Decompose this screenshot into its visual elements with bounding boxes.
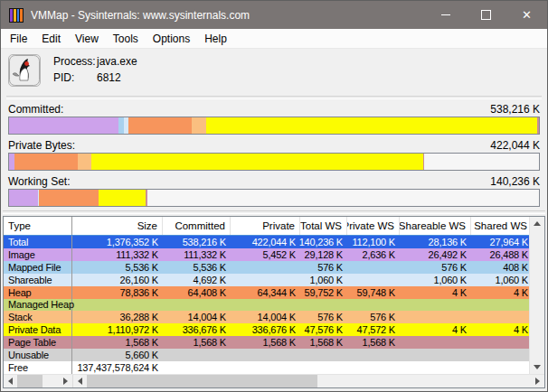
cell-type: Shareable: [4, 274, 72, 286]
bar-segment-private-data: [91, 154, 423, 170]
bar-segment-stack: [192, 117, 205, 134]
scroll-left-button[interactable]: [4, 375, 17, 387]
pid-label: PID:: [53, 71, 97, 84]
cell-total_ws: [300, 299, 347, 312]
cell-committed: [163, 299, 231, 312]
table-row[interactable]: Mapped File5,536 K5,536 K576 K576 K408 K: [4, 261, 529, 274]
cell-committed: 64,408 K: [163, 286, 231, 299]
column-header-committed[interactable]: Committed: [163, 217, 231, 235]
cell-committed: 111,332 K: [163, 248, 231, 261]
type-pane-h-scrollbar[interactable]: [4, 375, 73, 387]
cell-total_ws: [300, 349, 347, 361]
table-row[interactable]: Managed Heap: [4, 299, 529, 312]
cell-private: 336,676 K: [231, 323, 300, 336]
cell-size: 5,660 K: [72, 349, 163, 361]
cell-shared_ws: 27,964 K: [471, 236, 529, 248]
table-row[interactable]: Stack36,288 K14,004 K14,004 K576 K576 K: [4, 311, 529, 323]
cell-total_ws: 576 K: [300, 261, 347, 274]
working-set-value: 140,236 K: [490, 175, 540, 188]
scroll-right-button[interactable]: [531, 375, 544, 387]
cell-private_ws: 59,748 K: [347, 286, 400, 299]
memory-type-table: TypeSizeCommittedPrivateTotal WSPrivate …: [3, 216, 545, 388]
bar-segment-private-data: [99, 190, 146, 206]
bar-segment-page-table: [146, 190, 147, 206]
table-body: Total1,376,352 K538,216 K422,044 K140,23…: [4, 236, 529, 374]
icon-stripe: [10, 9, 13, 22]
menu-item-help[interactable]: Help: [197, 30, 234, 48]
scroll-up-button[interactable]: [530, 217, 544, 230]
minimize-button[interactable]: [425, 1, 466, 29]
committed-bar: [8, 117, 540, 135]
cell-size: 26,160 K: [72, 274, 163, 286]
bar-segment-heap: [39, 190, 98, 206]
bar-segment-heap: [14, 154, 78, 170]
cell-shared_ws: [471, 311, 529, 323]
icon-stripe: [17, 9, 20, 22]
icon-stripe: [20, 9, 23, 22]
menu-item-tools[interactable]: Tools: [106, 30, 146, 48]
minimize-icon: [441, 14, 450, 15]
cell-shared_ws: 4 K: [471, 323, 529, 336]
table-row[interactable]: Unusable5,660 K: [4, 349, 529, 361]
window-title: VMMap - Sysinternals: www.sysinternals.c…: [31, 9, 425, 22]
table-row[interactable]: Heap78,836 K64,408 K64,344 K59,752 K59,7…: [4, 286, 529, 299]
table-header: TypeSizeCommittedPrivateTotal WSPrivate …: [4, 217, 529, 236]
horizontal-scrollbars: [4, 374, 544, 387]
cell-private: [231, 349, 300, 361]
bar-segment-page-table: [537, 117, 539, 134]
maximize-button[interactable]: [466, 1, 506, 29]
cell-committed: [163, 349, 231, 361]
cell-private_ws: 2,636 K: [347, 248, 400, 261]
cell-shared_ws: 408 K: [471, 261, 529, 274]
committed-label: Committed:: [8, 103, 63, 116]
maximize-icon: [481, 10, 491, 20]
menu-item-view[interactable]: View: [68, 30, 106, 48]
table-row[interactable]: Total1,376,352 K538,216 K422,044 K140,23…: [4, 236, 529, 248]
private-bytes-bar: [8, 153, 540, 171]
table-row[interactable]: Free137,437,578,624 K: [4, 361, 529, 374]
data-pane-h-scrollbar[interactable]: [73, 375, 544, 387]
meters-section: Committed: 538,216 K Private Bytes: 422,…: [1, 99, 547, 207]
working-set-bar: [8, 189, 540, 207]
cell-size: 5,536 K: [72, 261, 163, 274]
column-header-size[interactable]: Size: [72, 217, 163, 235]
vmmap-app-icon: [9, 8, 24, 23]
column-header-private_ws[interactable]: Private WS: [347, 217, 400, 235]
cell-shared_ws: 4 K: [471, 286, 529, 299]
cell-type: Free: [4, 361, 72, 374]
cell-shared_ws: [471, 349, 529, 361]
table-row[interactable]: Private Data1,110,972 K336,676 K336,676 …: [4, 323, 529, 336]
scroll-right-button[interactable]: [59, 375, 72, 387]
scroll-thumb[interactable]: [17, 375, 43, 387]
table-row[interactable]: Page Table1,568 K1,568 K1,568 K1,568 K1,…: [4, 336, 529, 349]
table-row[interactable]: Image111,332 K111,332 K5,452 K29,128 K2,…: [4, 248, 529, 261]
working-set-label: Working Set:: [8, 175, 70, 188]
column-header-private[interactable]: Private: [231, 217, 300, 235]
cell-total_ws: 1,060 K: [300, 274, 347, 286]
cell-size: 137,437,578,624 K: [72, 361, 163, 374]
column-header-shared_ws[interactable]: Shared WS: [471, 217, 529, 235]
scroll-thumb[interactable]: [87, 375, 317, 387]
cell-shareable_ws: [400, 311, 471, 323]
cell-private: 1,568 K: [231, 336, 300, 349]
cell-shared_ws: [471, 361, 529, 374]
column-header-total_ws[interactable]: Total WS: [300, 217, 347, 235]
column-header-shareable_ws[interactable]: Shareable WS: [400, 217, 471, 235]
cell-private: 5,452 K: [231, 248, 300, 261]
cell-type: Page Table: [4, 336, 72, 349]
menu-item-file[interactable]: File: [3, 30, 34, 48]
cell-total_ws: 1,568 K: [300, 336, 347, 349]
down-arrow-icon: [534, 365, 541, 369]
menu-item-options[interactable]: Options: [146, 30, 197, 48]
scroll-down-button[interactable]: [530, 360, 544, 374]
cell-shareable_ws: [400, 349, 471, 361]
close-button[interactable]: ✕: [506, 1, 547, 29]
cell-private: [231, 261, 300, 274]
bar-segment-heap: [128, 117, 192, 134]
vertical-scrollbar[interactable]: [529, 217, 544, 374]
menu-item-edit[interactable]: Edit: [34, 30, 68, 48]
cell-shareable_ws: 28,136 K: [400, 236, 471, 248]
scroll-left-button[interactable]: [73, 375, 87, 387]
column-header-type[interactable]: Type: [4, 217, 72, 235]
table-row[interactable]: Shareable26,160 K4,692 K1,060 K1,060 K1,…: [4, 274, 529, 286]
